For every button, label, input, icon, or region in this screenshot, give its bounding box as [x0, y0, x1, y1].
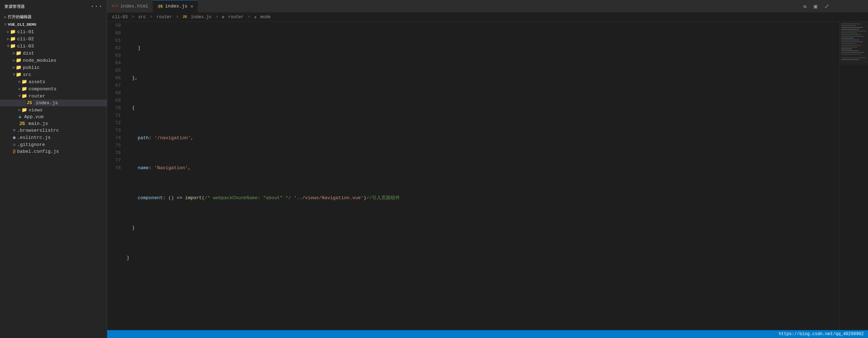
breadcrumb-router-label: router	[225, 15, 243, 20]
label-node-modules: node_modules	[23, 58, 56, 63]
label-index-js: index.js	[36, 100, 58, 106]
ln-78: 78	[107, 164, 121, 172]
folder-icon-views: 📁	[21, 107, 27, 113]
folder-icon-router: 📁	[21, 93, 27, 99]
sidebar-title-label: 资源管理器	[4, 4, 25, 9]
tree-item-components[interactable]: ▷ 📁 components	[0, 85, 107, 92]
ln-64: 64	[107, 59, 121, 67]
js-icon-index: JS	[26, 100, 33, 106]
code-line-60: },	[127, 74, 839, 82]
tree-item-router[interactable]: ▽ 📁 router	[0, 92, 107, 100]
tab-js-label: index.js	[165, 4, 187, 9]
tree-item-index-js[interactable]: JS index.js	[0, 100, 107, 106]
tab-index-js[interactable]: JS index.js ✕	[153, 0, 198, 12]
eslint-icon: ◉	[13, 135, 16, 140]
label-main-js: main.js	[29, 121, 48, 126]
minimap-content	[840, 22, 868, 330]
tree-item-eslintrc[interactable]: ◉ .eslintrc.js	[0, 134, 107, 141]
tree-item-dist[interactable]: ▷ 📁 dist	[0, 50, 107, 57]
breadcrumb-mode-icon: ◇	[254, 15, 256, 19]
line-numbers: 59 60 61 62 63 64 65 66 67 68 69 70 71 7…	[107, 22, 125, 330]
tree-item-cli-02[interactable]: ▷ 📁 cli-02	[0, 35, 107, 42]
sep5: >	[245, 15, 253, 20]
js-icon-main: JS	[19, 121, 26, 126]
tree-item-views[interactable]: ▷ 📁 views	[0, 106, 107, 113]
tree-item-babel[interactable]: β babel.config.js	[0, 148, 107, 155]
label-public: public	[23, 65, 40, 70]
expand-button[interactable]: ⤢	[823, 2, 830, 11]
svg-rect-20	[840, 22, 868, 65]
code-container[interactable]: 59 60 61 62 63 64 65 66 67 68 69 70 71 7…	[107, 22, 839, 330]
open-editors-section[interactable]: ▷ 打开的编辑器	[0, 13, 107, 21]
label-assets: assets	[29, 79, 45, 85]
breadcrumb-js-icon: JS	[183, 15, 187, 19]
arrow-components: ▷	[19, 87, 21, 91]
label-cli-01: cli-01	[17, 29, 34, 35]
tree-item-node-modules[interactable]: ▷ 📁 node_modules	[0, 57, 107, 64]
arrow-cli-02: ▷	[7, 37, 9, 41]
ln-77: 77	[107, 157, 121, 164]
tree-item-src[interactable]: ▽ 📁 src	[0, 71, 107, 78]
tree-item-gitignore[interactable]: ◇ .gitignore	[0, 141, 107, 148]
status-url: https://blog.csdn.net/qq_40298902	[779, 332, 864, 337]
root-section[interactable]: ▽ VUE_CLI_DEMO	[0, 21, 107, 28]
code-line-62: path: '/navigation',	[127, 134, 839, 142]
breadcrumb-src: src	[138, 15, 146, 20]
open-editors-label: 打开的编辑器	[8, 14, 31, 20]
folder-icon-cli-02: 📁	[10, 36, 16, 42]
split-editor-button[interactable]: ⇆	[802, 2, 808, 11]
tree-item-main-js[interactable]: JS main.js	[0, 120, 107, 127]
sep4: >	[213, 15, 221, 20]
label-browserslistrc: .browserslistrc	[17, 128, 59, 133]
ln-62: 62	[107, 44, 121, 52]
arrow-cli-01: ▷	[7, 30, 9, 34]
arrow-src: ▽	[13, 72, 15, 77]
sidebar-title: 资源管理器 ···	[0, 0, 107, 13]
label-views: views	[29, 107, 43, 113]
sidebar: 资源管理器 ··· ▷ 打开的编辑器 ▽ VUE_CLI_DEMO ▷ 📁 cl…	[0, 0, 107, 338]
layout-button[interactable]: ▣	[812, 2, 819, 11]
ln-65: 65	[107, 67, 121, 74]
ln-76: 76	[107, 149, 121, 157]
minimap-svg	[840, 22, 868, 330]
tab-index-html[interactable]: </> index.html	[107, 0, 153, 12]
label-babel: babel.config.js	[17, 149, 59, 154]
arrow-assets: ▷	[19, 80, 21, 84]
html-icon: </>	[111, 4, 119, 8]
folder-icon-cli-03: 📁	[10, 43, 16, 49]
ln-75: 75	[107, 142, 121, 149]
tab-close-button[interactable]: ✕	[190, 4, 193, 9]
label-router: router	[29, 94, 45, 99]
tree-item-cli-03[interactable]: ▽ 📁 cli-03	[0, 42, 107, 50]
arrow-public: ▷	[13, 65, 15, 70]
arrow-node-modules: ▷	[13, 58, 15, 62]
breadcrumb-router: router	[157, 15, 172, 20]
ln-59: 59	[107, 22, 121, 29]
arrow-cli-03: ▽	[7, 44, 9, 48]
tree-item-public[interactable]: ▷ 📁 public	[0, 64, 107, 71]
label-cli-02: cli-02	[17, 36, 34, 42]
code-line-65: }	[127, 224, 839, 232]
ln-69: 69	[107, 97, 121, 104]
label-dist: dist	[23, 51, 34, 56]
ln-73: 73	[107, 127, 121, 134]
folder-icon-components: 📁	[21, 86, 27, 92]
ln-74: 74	[107, 134, 121, 142]
tree-item-app-vue[interactable]: ▲ App.vue	[0, 113, 107, 120]
tree-item-assets[interactable]: ▷ 📁 assets	[0, 78, 107, 85]
sidebar-more-button[interactable]: ···	[90, 3, 103, 10]
js-icon-tab: JS	[157, 4, 163, 9]
code-line-59: ]	[127, 44, 839, 52]
label-components: components	[29, 86, 56, 92]
sep1: >	[129, 15, 137, 20]
tree-item-cli-01[interactable]: ▷ 📁 cli-01	[0, 28, 107, 35]
ln-70: 70	[107, 104, 121, 112]
ln-67: 67	[107, 82, 121, 89]
ln-61: 61	[107, 37, 121, 44]
label-cli-03: cli-03	[17, 44, 34, 49]
folder-icon-src: 📁	[16, 72, 21, 77]
label-src: src	[23, 72, 31, 77]
tree-item-browserslistrc[interactable]: ≡ .browserslistrc	[0, 127, 107, 134]
root-label: VUE_CLI_DEMO	[8, 22, 36, 27]
open-editors-arrow: ▷	[4, 15, 6, 19]
